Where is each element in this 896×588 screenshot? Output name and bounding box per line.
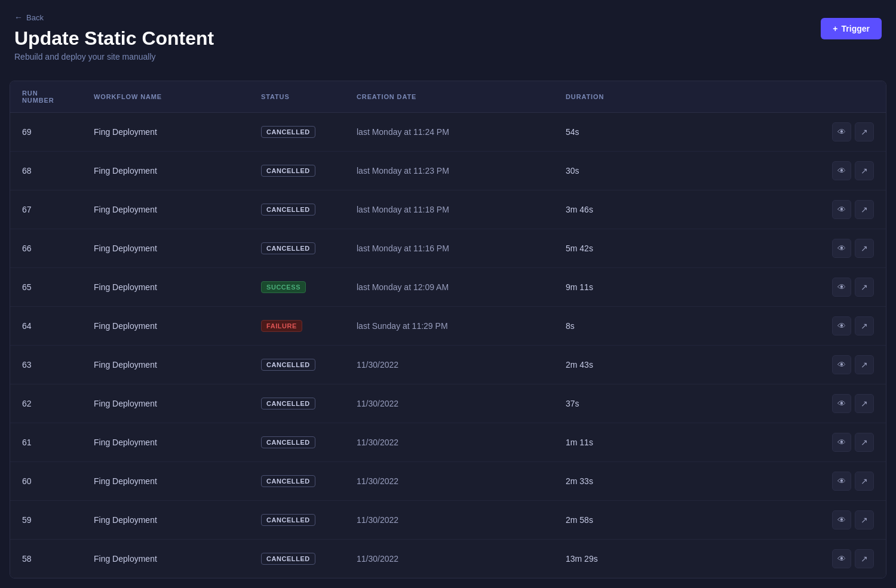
date-cell: 11/30/2022	[345, 423, 554, 462]
open-external-button[interactable]: ↗	[855, 316, 874, 335]
actions-cell: 👁 ↗	[673, 423, 886, 462]
open-external-button[interactable]: ↗	[855, 239, 874, 258]
trigger-plus-icon: +	[833, 24, 837, 33]
eye-icon: 👁	[837, 127, 846, 137]
table-row: 58 Fing Deployment CANCELLED 11/30/2022 …	[10, 540, 886, 578]
creation-date: last Monday at 11:23 PM	[357, 166, 449, 176]
page-header: ← Back Update Static Content Rebuild and…	[0, 0, 896, 71]
status-badge: CANCELLED	[261, 359, 315, 371]
view-button[interactable]: 👁	[832, 510, 851, 529]
status-badge: CANCELLED	[261, 475, 315, 487]
duration: 1m 11s	[566, 438, 593, 447]
actions-cell: 👁 ↗	[673, 268, 886, 307]
run-number-cell: 59	[10, 501, 82, 540]
open-external-button[interactable]: ↗	[855, 278, 874, 297]
open-external-button[interactable]: ↗	[855, 355, 874, 374]
actions-cell: 👁 ↗	[673, 501, 886, 540]
duration: 3m 46s	[566, 205, 593, 214]
trigger-button[interactable]: + Trigger	[821, 18, 882, 39]
status-badge: CANCELLED	[261, 398, 315, 410]
date-cell: last Monday at 12:09 AM	[345, 268, 554, 307]
date-cell: 11/30/2022	[345, 501, 554, 540]
status-cell: CANCELLED	[249, 190, 345, 229]
open-external-button[interactable]: ↗	[855, 549, 874, 568]
workflow-name: Fing Deployment	[94, 438, 157, 447]
open-external-button[interactable]: ↗	[855, 510, 874, 529]
run-number-cell: 67	[10, 190, 82, 229]
open-external-button[interactable]: ↗	[855, 200, 874, 219]
duration: 13m 29s	[566, 554, 598, 564]
back-link[interactable]: ← Back	[14, 13, 44, 22]
workflow-name-cell: Fing Deployment	[82, 190, 249, 229]
workflow-name-cell: Fing Deployment	[82, 501, 249, 540]
table-row: 66 Fing Deployment CANCELLED last Monday…	[10, 229, 886, 268]
open-external-button[interactable]: ↗	[855, 394, 874, 413]
external-link-icon: ↗	[861, 515, 868, 525]
table-header-row: RUN NUMBER WORKFLOW NAME STATUS CREATION…	[10, 81, 886, 113]
workflow-name: Fing Deployment	[94, 127, 157, 137]
duration-cell: 1m 11s	[554, 423, 673, 462]
page-subtitle: Rebuild and deploy your site manually	[14, 52, 882, 61]
date-cell: last Sunday at 11:29 PM	[345, 307, 554, 346]
table-row: 62 Fing Deployment CANCELLED 11/30/2022 …	[10, 384, 886, 423]
run-number: 64	[22, 321, 32, 331]
table-row: 64 Fing Deployment FAILURE last Sunday a…	[10, 307, 886, 346]
date-cell: last Monday at 11:23 PM	[345, 152, 554, 190]
run-number: 67	[22, 205, 32, 214]
run-number-cell: 58	[10, 540, 82, 578]
workflow-name: Fing Deployment	[94, 360, 157, 370]
duration: 54s	[566, 127, 579, 137]
workflow-name: Fing Deployment	[94, 244, 157, 253]
view-button[interactable]: 👁	[832, 433, 851, 452]
creation-date: 11/30/2022	[357, 476, 398, 486]
open-external-button[interactable]: ↗	[855, 433, 874, 452]
workflow-name: Fing Deployment	[94, 282, 157, 292]
view-button[interactable]: 👁	[832, 239, 851, 258]
view-button[interactable]: 👁	[832, 200, 851, 219]
eye-icon: 👁	[837, 360, 846, 370]
view-button[interactable]: 👁	[832, 278, 851, 297]
run-number-cell: 66	[10, 229, 82, 268]
open-external-button[interactable]: ↗	[855, 472, 874, 491]
view-button[interactable]: 👁	[832, 316, 851, 335]
open-external-button[interactable]: ↗	[855, 122, 874, 141]
external-link-icon: ↗	[861, 205, 868, 214]
view-button[interactable]: 👁	[832, 394, 851, 413]
workflow-name-cell: Fing Deployment	[82, 229, 249, 268]
back-label: Back	[26, 13, 44, 22]
back-arrow-icon: ←	[14, 13, 23, 22]
eye-icon: 👁	[837, 321, 846, 331]
run-number-cell: 64	[10, 307, 82, 346]
col-header-duration: DURATION	[554, 81, 673, 113]
actions-cell: 👁 ↗	[673, 190, 886, 229]
view-button[interactable]: 👁	[832, 472, 851, 491]
view-button[interactable]: 👁	[832, 549, 851, 568]
run-number: 62	[22, 399, 32, 408]
col-header-status: STATUS	[249, 81, 345, 113]
table-row: 63 Fing Deployment CANCELLED 11/30/2022 …	[10, 346, 886, 384]
status-cell: CANCELLED	[249, 501, 345, 540]
view-button[interactable]: 👁	[832, 161, 851, 180]
status-badge: CANCELLED	[261, 204, 315, 216]
runs-table-container: RUN NUMBER WORKFLOW NAME STATUS CREATION…	[10, 81, 886, 578]
duration-cell: 2m 43s	[554, 346, 673, 384]
workflow-name-cell: Fing Deployment	[82, 423, 249, 462]
run-number-cell: 63	[10, 346, 82, 384]
eye-icon: 👁	[837, 399, 846, 408]
open-external-button[interactable]: ↗	[855, 161, 874, 180]
workflow-name-cell: Fing Deployment	[82, 540, 249, 578]
view-button[interactable]: 👁	[832, 355, 851, 374]
status-cell: CANCELLED	[249, 346, 345, 384]
duration-cell: 54s	[554, 113, 673, 152]
run-number-cell: 69	[10, 113, 82, 152]
col-header-date: CREATION DATE	[345, 81, 554, 113]
date-cell: 11/30/2022	[345, 540, 554, 578]
workflow-name: Fing Deployment	[94, 554, 157, 564]
view-button[interactable]: 👁	[832, 122, 851, 141]
date-cell: 11/30/2022	[345, 384, 554, 423]
creation-date: 11/30/2022	[357, 554, 398, 564]
duration-cell: 2m 33s	[554, 462, 673, 501]
workflow-name: Fing Deployment	[94, 166, 157, 176]
status-badge: FAILURE	[261, 320, 302, 332]
eye-icon: 👁	[837, 438, 846, 447]
